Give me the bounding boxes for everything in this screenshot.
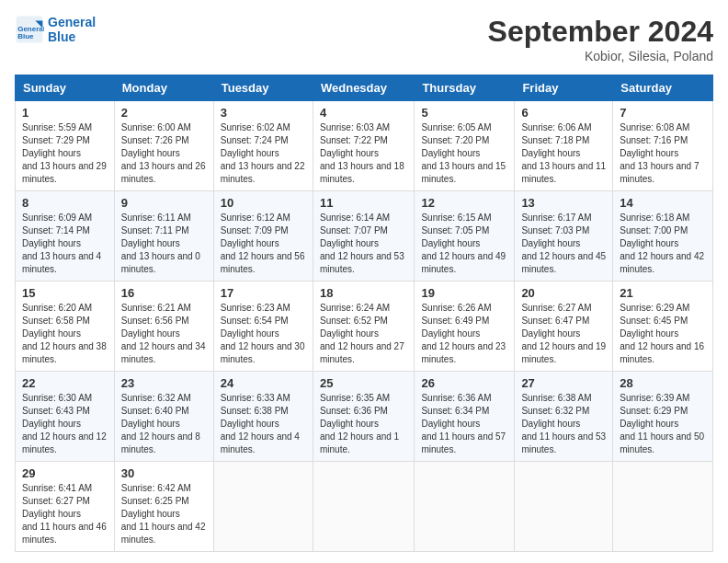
day-number: 29 bbox=[22, 466, 108, 480]
calendar-cell: 7 Sunrise: 6:08 AM Sunset: 7:16 PM Dayli… bbox=[613, 101, 713, 191]
day-number: 8 bbox=[22, 196, 108, 210]
day-detail: Sunrise: 6:35 AM Sunset: 6:36 PM Dayligh… bbox=[320, 392, 407, 456]
day-detail: Sunrise: 6:23 AM Sunset: 6:54 PM Dayligh… bbox=[221, 302, 306, 366]
svg-text:Blue: Blue bbox=[17, 32, 34, 40]
calendar-week-row: 22 Sunrise: 6:30 AM Sunset: 6:43 PM Dayl… bbox=[16, 372, 713, 462]
page-header: General Blue GeneralBlue September 2024 … bbox=[15, 15, 713, 63]
weekday-header-sunday: Sunday bbox=[16, 75, 115, 101]
day-detail: Sunrise: 6:02 AM Sunset: 7:24 PM Dayligh… bbox=[221, 121, 306, 186]
day-detail: Sunrise: 6:00 AM Sunset: 7:26 PM Dayligh… bbox=[121, 121, 207, 186]
day-number: 15 bbox=[22, 286, 108, 300]
day-detail: Sunrise: 6:08 AM Sunset: 7:16 PM Dayligh… bbox=[620, 121, 706, 186]
calendar-cell: 25 Sunrise: 6:35 AM Sunset: 6:36 PM Dayl… bbox=[313, 372, 414, 462]
location: Kobior, Silesia, Poland bbox=[488, 49, 713, 63]
calendar-cell: 1 Sunrise: 5:59 AM Sunset: 7:29 PM Dayli… bbox=[16, 101, 115, 191]
day-detail: Sunrise: 6:17 AM Sunset: 7:03 PM Dayligh… bbox=[521, 212, 606, 276]
logo-icon: General Blue bbox=[15, 15, 44, 44]
day-number: 21 bbox=[620, 286, 706, 300]
calendar-cell: 9 Sunrise: 6:11 AM Sunset: 7:11 PM Dayli… bbox=[114, 191, 213, 282]
weekday-header-monday: Monday bbox=[114, 75, 213, 101]
weekday-header-thursday: Thursday bbox=[415, 75, 515, 101]
calendar-cell bbox=[313, 462, 414, 552]
day-detail: Sunrise: 6:11 AM Sunset: 7:11 PM Dayligh… bbox=[121, 212, 207, 276]
calendar-cell: 13 Sunrise: 6:17 AM Sunset: 7:03 PM Dayl… bbox=[515, 191, 613, 282]
calendar-week-row: 8 Sunrise: 6:09 AM Sunset: 7:14 PM Dayli… bbox=[16, 191, 713, 282]
day-detail: Sunrise: 6:41 AM Sunset: 6:27 PM Dayligh… bbox=[22, 482, 108, 546]
calendar-header-row: SundayMondayTuesdayWednesdayThursdayFrid… bbox=[16, 75, 713, 101]
day-number: 4 bbox=[320, 106, 407, 120]
day-detail: Sunrise: 6:09 AM Sunset: 7:14 PM Dayligh… bbox=[22, 212, 108, 276]
day-number: 7 bbox=[620, 106, 706, 120]
day-number: 13 bbox=[521, 196, 606, 210]
day-number: 9 bbox=[121, 196, 207, 210]
calendar-cell bbox=[613, 462, 713, 552]
day-detail: Sunrise: 6:12 AM Sunset: 7:09 PM Dayligh… bbox=[221, 212, 306, 276]
day-number: 18 bbox=[320, 286, 407, 300]
day-detail: Sunrise: 6:05 AM Sunset: 7:20 PM Dayligh… bbox=[421, 121, 507, 186]
day-number: 16 bbox=[121, 286, 207, 300]
svg-text:General: General bbox=[17, 25, 44, 33]
day-number: 24 bbox=[221, 376, 306, 390]
day-detail: Sunrise: 6:38 AM Sunset: 6:32 PM Dayligh… bbox=[521, 392, 606, 456]
day-number: 3 bbox=[221, 106, 306, 120]
calendar-cell: 14 Sunrise: 6:18 AM Sunset: 7:00 PM Dayl… bbox=[613, 191, 713, 282]
day-detail: Sunrise: 6:20 AM Sunset: 6:58 PM Dayligh… bbox=[22, 302, 108, 366]
day-detail: Sunrise: 6:21 AM Sunset: 6:56 PM Dayligh… bbox=[121, 302, 207, 366]
day-detail: Sunrise: 6:30 AM Sunset: 6:43 PM Dayligh… bbox=[22, 392, 108, 456]
day-number: 5 bbox=[421, 106, 507, 120]
day-number: 28 bbox=[620, 376, 706, 390]
day-detail: Sunrise: 6:14 AM Sunset: 7:07 PM Dayligh… bbox=[320, 212, 407, 276]
day-detail: Sunrise: 6:33 AM Sunset: 6:38 PM Dayligh… bbox=[221, 392, 306, 456]
calendar-cell: 12 Sunrise: 6:15 AM Sunset: 7:05 PM Dayl… bbox=[415, 191, 515, 282]
weekday-header-tuesday: Tuesday bbox=[213, 75, 313, 101]
day-number: 19 bbox=[421, 286, 507, 300]
day-number: 25 bbox=[320, 376, 407, 390]
day-number: 17 bbox=[221, 286, 306, 300]
day-number: 26 bbox=[421, 376, 507, 390]
day-number: 10 bbox=[221, 196, 306, 210]
day-number: 22 bbox=[22, 376, 108, 390]
calendar-table: SundayMondayTuesdayWednesdayThursdayFrid… bbox=[15, 75, 713, 552]
calendar-cell: 16 Sunrise: 6:21 AM Sunset: 6:56 PM Dayl… bbox=[114, 282, 213, 372]
day-number: 20 bbox=[521, 286, 606, 300]
day-number: 27 bbox=[521, 376, 606, 390]
calendar-cell: 28 Sunrise: 6:39 AM Sunset: 6:29 PM Dayl… bbox=[613, 372, 713, 462]
calendar-cell: 26 Sunrise: 6:36 AM Sunset: 6:34 PM Dayl… bbox=[415, 372, 515, 462]
calendar-cell bbox=[213, 462, 313, 552]
day-number: 6 bbox=[521, 106, 606, 120]
day-number: 2 bbox=[121, 106, 207, 120]
day-detail: Sunrise: 6:26 AM Sunset: 6:49 PM Dayligh… bbox=[421, 302, 507, 366]
day-detail: Sunrise: 6:03 AM Sunset: 7:22 PM Dayligh… bbox=[320, 121, 407, 186]
day-number: 14 bbox=[620, 196, 706, 210]
calendar-cell: 10 Sunrise: 6:12 AM Sunset: 7:09 PM Dayl… bbox=[213, 191, 313, 282]
logo-text: GeneralBlue bbox=[48, 15, 96, 44]
calendar-week-row: 29 Sunrise: 6:41 AM Sunset: 6:27 PM Dayl… bbox=[16, 462, 713, 552]
calendar-cell: 5 Sunrise: 6:05 AM Sunset: 7:20 PM Dayli… bbox=[415, 101, 515, 191]
month-title: September 2024 bbox=[488, 15, 713, 49]
calendar-cell: 24 Sunrise: 6:33 AM Sunset: 6:38 PM Dayl… bbox=[213, 372, 313, 462]
calendar-cell: 15 Sunrise: 6:20 AM Sunset: 6:58 PM Dayl… bbox=[16, 282, 115, 372]
calendar-cell: 3 Sunrise: 6:02 AM Sunset: 7:24 PM Dayli… bbox=[213, 101, 313, 191]
calendar-cell: 22 Sunrise: 6:30 AM Sunset: 6:43 PM Dayl… bbox=[16, 372, 115, 462]
calendar-cell: 27 Sunrise: 6:38 AM Sunset: 6:32 PM Dayl… bbox=[515, 372, 613, 462]
calendar-cell: 11 Sunrise: 6:14 AM Sunset: 7:07 PM Dayl… bbox=[313, 191, 414, 282]
calendar-cell bbox=[415, 462, 515, 552]
day-detail: Sunrise: 6:18 AM Sunset: 7:00 PM Dayligh… bbox=[620, 212, 706, 276]
day-detail: Sunrise: 5:59 AM Sunset: 7:29 PM Dayligh… bbox=[22, 121, 108, 186]
calendar-cell: 8 Sunrise: 6:09 AM Sunset: 7:14 PM Dayli… bbox=[16, 191, 115, 282]
day-detail: Sunrise: 6:27 AM Sunset: 6:47 PM Dayligh… bbox=[521, 302, 606, 366]
day-detail: Sunrise: 6:42 AM Sunset: 6:25 PM Dayligh… bbox=[121, 482, 207, 546]
calendar-cell: 20 Sunrise: 6:27 AM Sunset: 6:47 PM Dayl… bbox=[515, 282, 613, 372]
day-number: 30 bbox=[121, 466, 207, 480]
day-detail: Sunrise: 6:24 AM Sunset: 6:52 PM Dayligh… bbox=[320, 302, 407, 366]
day-detail: Sunrise: 6:36 AM Sunset: 6:34 PM Dayligh… bbox=[421, 392, 507, 456]
weekday-header-friday: Friday bbox=[515, 75, 613, 101]
day-number: 11 bbox=[320, 196, 407, 210]
day-detail: Sunrise: 6:29 AM Sunset: 6:45 PM Dayligh… bbox=[620, 302, 706, 366]
day-number: 12 bbox=[421, 196, 507, 210]
calendar-cell: 2 Sunrise: 6:00 AM Sunset: 7:26 PM Dayli… bbox=[114, 101, 213, 191]
calendar-week-row: 1 Sunrise: 5:59 AM Sunset: 7:29 PM Dayli… bbox=[16, 101, 713, 191]
day-detail: Sunrise: 6:32 AM Sunset: 6:40 PM Dayligh… bbox=[121, 392, 207, 456]
calendar-cell: 19 Sunrise: 6:26 AM Sunset: 6:49 PM Dayl… bbox=[415, 282, 515, 372]
calendar-cell bbox=[515, 462, 613, 552]
